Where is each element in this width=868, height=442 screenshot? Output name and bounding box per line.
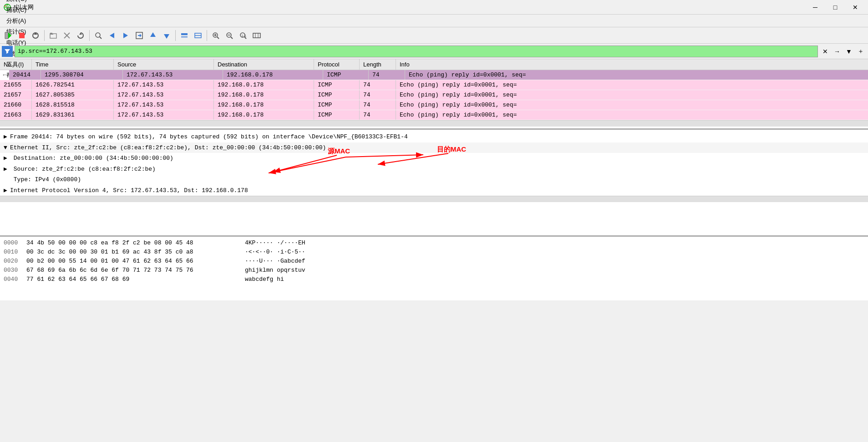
- svg-marker-21: [150, 32, 156, 37]
- svg-line-15: [100, 37, 102, 39]
- detail-text-ip: Internet Protocol Version 4, Src: 172.67…: [10, 187, 248, 194]
- hex-ascii-1: ·<·<··0· ·i·C·5··: [245, 248, 305, 256]
- packet-row-content-3[interactable]: 216601628.815518172.67.143.53192.168.0.1…: [0, 100, 868, 110]
- toolbar-restart[interactable]: [29, 29, 42, 42]
- svg-line-32: [231, 37, 233, 39]
- hex-bytes-3: 67 68 69 6a 6b 6c 6d 6e 6f 70 71 72 73 7…: [26, 266, 245, 274]
- toolbar-shark-start[interactable]: [2, 29, 15, 42]
- toolbar-goto[interactable]: [133, 29, 146, 42]
- hex-offset-0: 0000: [4, 239, 26, 247]
- detail-row-ethernet[interactable]: ▼Ethernet II, Src: zte_2f:c2:be (c8:ea:f…: [0, 142, 868, 153]
- packet-detail-hscroll[interactable]: [0, 196, 868, 202]
- menu-item-goto[interactable]: 跳转(G): [2, 0, 32, 5]
- packet-row-4[interactable]: 216631629.831361172.67.143.53192.168.0.1…: [0, 110, 868, 120]
- packet-row-3[interactable]: 216601628.815518172.67.143.53192.168.0.1…: [0, 100, 868, 110]
- hex-bytes-0: 34 4b 50 00 00 00 c8 ea f8 2f c2 be 08 0…: [26, 239, 245, 247]
- toolbar-reload[interactable]: [74, 29, 87, 42]
- toolbar-next[interactable]: [119, 29, 132, 42]
- packet-row-content-1[interactable]: 216551626.782541172.67.143.53192.168.0.1…: [0, 80, 868, 90]
- filter-input[interactable]: [15, 46, 818, 57]
- hex-row-3: 003067 68 69 6a 6b 6c 6d 6e 6f 70 71 72 …: [4, 266, 864, 275]
- hex-row-0: 000034 4b 50 00 00 00 c8 ea f8 2f c2 be …: [4, 239, 864, 248]
- hex-view: 000034 4b 50 00 00 00 c8 ea f8 2f c2 be …: [0, 237, 868, 300]
- detail-toggle-src: ▶: [4, 165, 10, 174]
- hex-row-1: 001000 3c dc 3c 00 00 30 01 b1 69 ac 43 …: [4, 248, 864, 257]
- svg-rect-23: [181, 33, 188, 35]
- menu-item-analyze[interactable]: 分析(A): [2, 15, 32, 26]
- packet-row-0[interactable]: ←204141295.308704172.67.143.53192.168.0.…: [0, 70, 868, 80]
- hex-bytes-1: 00 3c dc 3c 00 00 30 01 b1 69 ac 43 8f 3…: [26, 248, 245, 256]
- col-header-proto: Protocol: [314, 59, 360, 70]
- toolbar-zoom-in[interactable]: [209, 29, 222, 42]
- detail-row-src[interactable]: ▶ Source: zte_2f:c2:be (c8:ea:f8:2f:c2:b…: [0, 164, 868, 175]
- close-button[interactable]: ✕: [846, 1, 864, 14]
- detail-row-type[interactable]: Type: IPv4 (0x0800): [0, 174, 868, 185]
- minimize-button[interactable]: ─: [806, 1, 824, 14]
- menu-item-capture[interactable]: 捕获(C): [2, 5, 32, 15]
- packet-row-2[interactable]: 216571627.805385172.67.143.53192.168.0.1…: [0, 90, 868, 100]
- filter-bar: ✕ → ▼ ＋: [0, 44, 868, 59]
- toolbar-resize[interactable]: [250, 29, 263, 42]
- svg-line-28: [217, 37, 219, 39]
- detail-text-src: Source: zte_2f:c2:be (c8:ea:f8:2f:c2:be): [10, 166, 156, 173]
- svg-rect-10: [50, 33, 52, 34]
- hex-ascii-2: ····U··· ·Gabcdef: [245, 257, 305, 265]
- filter-clear-button[interactable]: ✕: [820, 46, 831, 57]
- filter-add-button[interactable]: ＋: [855, 46, 866, 57]
- hex-ascii-4: wabcdefg hi: [245, 275, 284, 284]
- toolbar-stop[interactable]: [15, 29, 28, 42]
- packet-row-content-4[interactable]: 216631629.831361172.67.143.53192.168.0.1…: [0, 110, 868, 120]
- svg-rect-5: [19, 33, 25, 38]
- hex-row-2: 002000 b2 00 00 55 14 00 01 00 47 61 62 …: [4, 257, 864, 266]
- col-header-info: Info: [396, 59, 868, 70]
- filter-actions: ✕ → ▼ ＋: [820, 46, 866, 57]
- toolbar-close-file[interactable]: [61, 29, 73, 42]
- col-header-src: Source: [114, 59, 214, 70]
- toolbar-colorize2[interactable]: [192, 29, 204, 42]
- toolbar: 1:1: [0, 27, 868, 44]
- svg-point-14: [96, 33, 100, 37]
- toolbar-sep-3: [175, 30, 176, 41]
- detail-row-frame[interactable]: ▶Frame 20414: 74 bytes on wire (592 bits…: [0, 132, 868, 142]
- toolbar-open[interactable]: [47, 29, 60, 42]
- hex-offset-1: 0010: [4, 248, 26, 256]
- packet-list-header: No. Time Source Destination Protocol Len…: [0, 59, 868, 70]
- toolbar-down[interactable]: [160, 29, 173, 42]
- detail-text-dst: Destination: zte_00:00:00 (34:4b:50:00:0…: [10, 155, 173, 162]
- toolbar-colorize1[interactable]: [178, 29, 191, 42]
- toolbar-sep-4: [207, 30, 207, 41]
- svg-text:1:1: 1:1: [241, 34, 247, 38]
- svg-marker-20: [140, 34, 142, 37]
- packet-row-1[interactable]: 216551626.782541172.67.143.53192.168.0.1…: [0, 80, 868, 90]
- filter-dropdown-button[interactable]: ▼: [843, 46, 854, 57]
- detail-text-ethernet: Ethernet II, Src: zte_2f:c2:be (c8:ea:f8…: [10, 144, 326, 151]
- hex-bytes-4: 77 61 62 63 64 65 66 67 68 69: [26, 275, 245, 284]
- toolbar-prev[interactable]: [106, 29, 118, 42]
- maximize-button[interactable]: □: [826, 1, 844, 14]
- hex-ascii-0: 4KP····· ·/····EH: [245, 239, 305, 247]
- menu-bar: 文件(F)编辑(E)视图(V)跳转(G)捕获(C)分析(A)统计(S)电话(Y)…: [0, 15, 868, 27]
- filter-arrow-right[interactable]: →: [832, 46, 843, 57]
- svg-marker-22: [164, 34, 169, 39]
- toolbar-up[interactable]: [147, 29, 159, 42]
- hex-offset-2: 0020: [4, 257, 26, 265]
- col-header-dst: Destination: [214, 59, 314, 70]
- svg-marker-4: [8, 32, 11, 39]
- toolbar-find[interactable]: [92, 29, 105, 42]
- detail-row-ip[interactable]: ▶Internet Protocol Version 4, Src: 172.6…: [0, 185, 868, 196]
- svg-marker-16: [110, 33, 114, 38]
- packet-row-content-0[interactable]: 204141295.308704172.67.143.53192.168.0.1…: [9, 70, 868, 80]
- svg-rect-37: [253, 33, 260, 38]
- window-controls: ─ □ ✕: [806, 1, 864, 14]
- row-indicator-0: ←: [0, 72, 9, 78]
- toolbar-zoom-out[interactable]: [223, 29, 236, 42]
- packet-list-hscroll[interactable]: [0, 120, 868, 127]
- packet-row-content-2[interactable]: 216571627.805385172.67.143.53192.168.0.1…: [0, 90, 868, 100]
- svg-marker-3: [5, 32, 8, 39]
- detail-row-dst[interactable]: ▶ Destination: zte_00:00:00 (34:4b:50:00…: [0, 153, 868, 164]
- col-header-no: No.: [0, 59, 32, 70]
- packet-detail-body: ▶Frame 20414: 74 bytes on wire (592 bits…: [0, 132, 868, 196]
- hex-row-4: 004077 61 62 63 64 65 66 67 68 69wabcdef…: [4, 275, 864, 284]
- toolbar-zoom-reset[interactable]: 1:1: [237, 29, 249, 42]
- detail-toggle-frame: ▶: [4, 132, 10, 142]
